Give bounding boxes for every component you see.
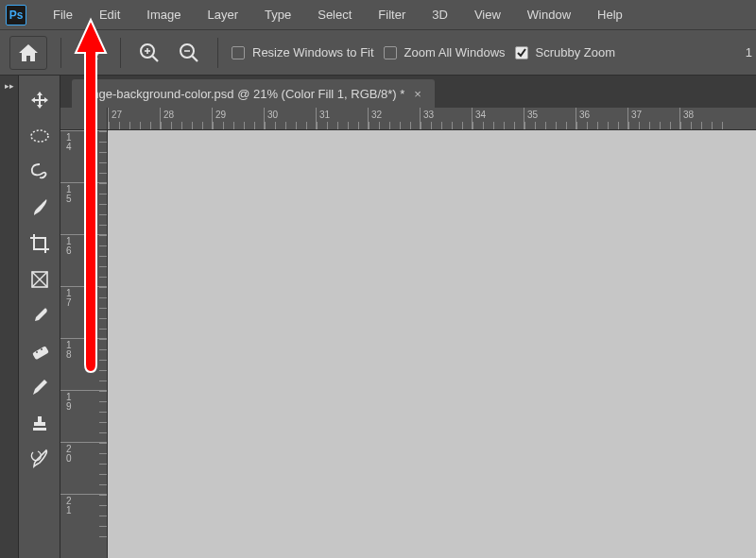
move-icon xyxy=(30,91,49,110)
menu-type[interactable]: Type xyxy=(251,0,304,30)
zoom-out-button[interactable] xyxy=(174,38,204,68)
move-tool[interactable] xyxy=(23,83,57,117)
divider xyxy=(120,38,121,68)
zoom-in-button[interactable] xyxy=(134,38,164,68)
ruler-tick-label: 21 xyxy=(66,497,76,516)
divider xyxy=(217,38,218,68)
frame-icon xyxy=(30,270,49,289)
document-tabstrip: ange-background-color.psd @ 21% (Color F… xyxy=(60,76,756,108)
close-icon[interactable]: × xyxy=(414,87,421,101)
brush-icon xyxy=(29,197,50,218)
zoom-all-label: Zoom All Windows xyxy=(404,45,506,59)
ruler-tick-label: 32 xyxy=(371,110,382,120)
svg-rect-13 xyxy=(32,346,49,360)
ruler-corner xyxy=(60,108,108,130)
menu-bar: Ps File Edit Image Layer Type Select Fil… xyxy=(0,0,756,30)
ruler-tick-label: 30 xyxy=(267,110,278,120)
menu-layer[interactable]: Layer xyxy=(195,0,252,30)
svg-line-7 xyxy=(193,56,198,61)
marquee-ellipse-icon xyxy=(29,128,50,144)
chevron-down-icon: ▾ xyxy=(95,47,100,58)
zoom-out-icon xyxy=(179,42,199,63)
eyedropper-icon xyxy=(30,306,49,325)
current-tool-indicator[interactable]: ▾ xyxy=(75,39,107,67)
crop-icon xyxy=(29,233,50,254)
canvas[interactable] xyxy=(108,130,756,558)
resize-windows-label: Resize Windows to Fit xyxy=(252,45,374,59)
ruler-tick-label: 36 xyxy=(579,110,590,120)
brush-tool[interactable] xyxy=(23,191,57,225)
ruler-tool[interactable] xyxy=(23,334,57,368)
svg-point-0 xyxy=(84,46,94,56)
menu-help[interactable]: Help xyxy=(584,0,636,30)
menu-edit[interactable]: Edit xyxy=(86,0,133,30)
checkbox-icon xyxy=(232,46,245,59)
options-bar: ▾ Resize Windows to Fit Zoom All Windows… xyxy=(0,30,756,76)
ruler-tick-label: 19 xyxy=(66,393,76,412)
menu-window[interactable]: Window xyxy=(514,0,584,30)
menu-select[interactable]: Select xyxy=(304,0,365,30)
ruler-tick-label: 16 xyxy=(66,237,76,256)
ruler-vertical[interactable]: 14 15 16 17 18 19 20 21 xyxy=(60,130,108,558)
crop-tool[interactable] xyxy=(23,227,57,261)
zoom-in-icon xyxy=(139,42,160,63)
app-logo[interactable]: Ps xyxy=(6,5,26,25)
ruler-tick-label: 27 xyxy=(112,110,122,120)
ruler-tick-label: 38 xyxy=(683,110,694,120)
ruler-tick-label: 37 xyxy=(631,110,642,120)
menu-image[interactable]: Image xyxy=(133,0,194,30)
home-button[interactable] xyxy=(9,36,47,70)
divider xyxy=(60,38,61,68)
ruler-tick-label: 17 xyxy=(66,289,76,308)
scrubby-zoom-toggle[interactable]: Scrubby Zoom xyxy=(515,45,616,59)
svg-line-3 xyxy=(153,56,159,61)
ruler-tick-label: 15 xyxy=(66,185,76,204)
zoom-all-windows-toggle[interactable]: Zoom All Windows xyxy=(384,45,506,59)
ruler-tick-label: 33 xyxy=(423,110,434,120)
menu-view[interactable]: View xyxy=(461,0,514,30)
pencil-icon xyxy=(30,378,49,397)
stamp-icon xyxy=(30,414,49,432)
healing-icon xyxy=(30,342,49,361)
toolbox xyxy=(19,76,60,558)
expand-icon: ▸▸ xyxy=(5,81,14,558)
menu-3d[interactable]: 3D xyxy=(419,0,461,30)
lasso-icon xyxy=(29,162,50,181)
canvas-area: ange-background-color.psd @ 21% (Color F… xyxy=(60,76,756,558)
svg-point-15 xyxy=(41,348,43,350)
history-brush-tool[interactable] xyxy=(23,442,57,476)
ruler-tick-label: 20 xyxy=(66,445,76,464)
workspace: ▸▸ ange-background-color.psd @ 21% (Colo… xyxy=(0,76,756,558)
svg-point-9 xyxy=(31,130,48,142)
pencil-tool[interactable] xyxy=(23,370,57,404)
document-tab[interactable]: ange-background-color.psd @ 21% (Color F… xyxy=(72,79,435,108)
marquee-ellipse-tool[interactable] xyxy=(23,119,57,153)
resize-windows-toggle[interactable]: Resize Windows to Fit xyxy=(232,45,374,59)
lasso-tool[interactable] xyxy=(23,155,57,189)
panel-collapse-strip[interactable]: ▸▸ xyxy=(0,76,19,558)
document-tab-title: ange-background-color.psd @ 21% (Color F… xyxy=(85,87,404,101)
scrubby-label: Scrubby Zoom xyxy=(536,45,616,59)
menu-filter[interactable]: Filter xyxy=(365,0,419,30)
ruler-horizontal[interactable]: 27 28 29 30 31 32 33 34 35 36 37 38 xyxy=(108,108,756,130)
checkbox-icon xyxy=(515,46,528,59)
slice-tool[interactable] xyxy=(23,262,57,296)
ruler-tick-label: 31 xyxy=(319,110,330,120)
ruler-tick-label: 18 xyxy=(66,341,76,360)
ruler-tick-label: 14 xyxy=(66,133,76,152)
ruler-tick-label: 28 xyxy=(163,110,174,120)
zoom-percent-value: 1 xyxy=(746,45,756,59)
home-icon xyxy=(19,44,38,61)
eyedropper-tool[interactable] xyxy=(23,298,57,332)
svg-point-14 xyxy=(36,351,38,353)
stamp-tool[interactable] xyxy=(23,406,57,440)
history-brush-icon xyxy=(29,448,50,469)
ruler-tick-label: 35 xyxy=(527,110,538,120)
ruler-tick-label: 34 xyxy=(475,110,486,120)
checkbox-icon xyxy=(384,46,397,59)
ruler-tick-label: 29 xyxy=(215,110,226,120)
menu-file[interactable]: File xyxy=(40,0,86,30)
